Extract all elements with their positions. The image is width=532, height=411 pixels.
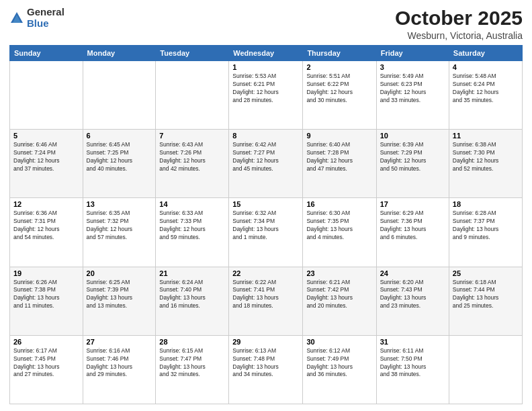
calendar-cell: 28Sunrise: 6:15 AM Sunset: 7:47 PM Dayli… bbox=[156, 335, 229, 404]
logo-general: General bbox=[27, 7, 64, 18]
day-info: Sunrise: 6:36 AM Sunset: 7:31 PM Dayligh… bbox=[13, 210, 79, 242]
day-number: 18 bbox=[453, 200, 519, 208]
day-number: 2 bbox=[306, 63, 372, 71]
day-number: 21 bbox=[159, 269, 225, 277]
day-number: 16 bbox=[306, 200, 372, 208]
logo-blue: Blue bbox=[27, 18, 64, 30]
day-info: Sunrise: 6:15 AM Sunset: 7:47 PM Dayligh… bbox=[159, 347, 225, 379]
day-number: 14 bbox=[159, 200, 225, 208]
month-title: October 2025 bbox=[395, 7, 523, 29]
day-number: 30 bbox=[306, 338, 372, 346]
day-info: Sunrise: 5:48 AM Sunset: 6:24 PM Dayligh… bbox=[453, 73, 519, 105]
day-number: 20 bbox=[87, 269, 152, 277]
day-number: 22 bbox=[232, 269, 299, 277]
calendar-cell bbox=[83, 61, 156, 130]
calendar-cell: 24Sunrise: 6:20 AM Sunset: 7:43 PM Dayli… bbox=[376, 267, 449, 335]
day-info: Sunrise: 6:24 AM Sunset: 7:40 PM Dayligh… bbox=[159, 279, 225, 311]
calendar-table: Sunday Monday Tuesday Wednesday Thursday… bbox=[9, 45, 523, 404]
day-info: Sunrise: 6:29 AM Sunset: 7:36 PM Dayligh… bbox=[380, 210, 445, 242]
day-number: 15 bbox=[232, 200, 299, 208]
day-info: Sunrise: 6:11 AM Sunset: 7:50 PM Dayligh… bbox=[380, 347, 445, 379]
calendar-cell: 29Sunrise: 6:13 AM Sunset: 7:48 PM Dayli… bbox=[229, 335, 303, 404]
calendar-week-3: 12Sunrise: 6:36 AM Sunset: 7:31 PM Dayli… bbox=[10, 198, 523, 267]
day-number: 10 bbox=[380, 132, 445, 140]
day-info: Sunrise: 6:13 AM Sunset: 7:48 PM Dayligh… bbox=[232, 347, 299, 379]
calendar-cell: 16Sunrise: 6:30 AM Sunset: 7:35 PM Dayli… bbox=[303, 198, 376, 267]
logo-icon bbox=[9, 11, 24, 26]
day-info: Sunrise: 6:40 AM Sunset: 7:28 PM Dayligh… bbox=[306, 141, 372, 173]
title-block: October 2025 Wesburn, Victoria, Australi… bbox=[395, 7, 523, 41]
logo: General Blue bbox=[9, 7, 64, 29]
day-info: Sunrise: 6:21 AM Sunset: 7:42 PM Dayligh… bbox=[306, 279, 372, 311]
day-info: Sunrise: 6:43 AM Sunset: 7:26 PM Dayligh… bbox=[159, 141, 225, 173]
calendar-cell: 23Sunrise: 6:21 AM Sunset: 7:42 PM Dayli… bbox=[303, 267, 376, 335]
day-info: Sunrise: 6:12 AM Sunset: 7:49 PM Dayligh… bbox=[306, 347, 372, 379]
day-number: 17 bbox=[380, 200, 445, 208]
col-thursday: Thursday bbox=[303, 46, 376, 61]
day-number: 25 bbox=[453, 269, 519, 277]
calendar-cell: 8Sunrise: 6:42 AM Sunset: 7:27 PM Daylig… bbox=[229, 130, 303, 198]
day-info: Sunrise: 6:32 AM Sunset: 7:34 PM Dayligh… bbox=[232, 210, 299, 242]
day-info: Sunrise: 6:35 AM Sunset: 7:32 PM Dayligh… bbox=[87, 210, 152, 242]
day-number: 9 bbox=[306, 132, 372, 140]
day-number: 6 bbox=[87, 132, 152, 140]
col-sunday: Sunday bbox=[10, 46, 83, 61]
calendar-cell: 31Sunrise: 6:11 AM Sunset: 7:50 PM Dayli… bbox=[376, 335, 449, 404]
day-info: Sunrise: 6:26 AM Sunset: 7:38 PM Dayligh… bbox=[13, 279, 79, 311]
day-info: Sunrise: 5:51 AM Sunset: 6:22 PM Dayligh… bbox=[306, 73, 372, 105]
day-info: Sunrise: 6:39 AM Sunset: 7:29 PM Dayligh… bbox=[380, 141, 445, 173]
calendar-cell bbox=[10, 61, 83, 130]
logo-text: General Blue bbox=[27, 7, 64, 29]
day-number: 11 bbox=[453, 132, 519, 140]
location-subtitle: Wesburn, Victoria, Australia bbox=[395, 30, 523, 41]
col-monday: Monday bbox=[83, 46, 156, 61]
calendar-cell: 13Sunrise: 6:35 AM Sunset: 7:32 PM Dayli… bbox=[83, 198, 156, 267]
day-number: 28 bbox=[159, 338, 225, 346]
day-info: Sunrise: 6:38 AM Sunset: 7:30 PM Dayligh… bbox=[453, 141, 519, 173]
calendar-header-row: Sunday Monday Tuesday Wednesday Thursday… bbox=[10, 46, 523, 61]
day-info: Sunrise: 6:30 AM Sunset: 7:35 PM Dayligh… bbox=[306, 210, 372, 242]
calendar-cell bbox=[156, 61, 229, 130]
calendar-cell: 6Sunrise: 6:45 AM Sunset: 7:25 PM Daylig… bbox=[83, 130, 156, 198]
day-info: Sunrise: 5:49 AM Sunset: 6:23 PM Dayligh… bbox=[380, 73, 445, 105]
day-info: Sunrise: 6:42 AM Sunset: 7:27 PM Dayligh… bbox=[232, 141, 299, 173]
calendar-cell: 20Sunrise: 6:25 AM Sunset: 7:39 PM Dayli… bbox=[83, 267, 156, 335]
calendar-cell: 15Sunrise: 6:32 AM Sunset: 7:34 PM Dayli… bbox=[229, 198, 303, 267]
calendar-cell: 25Sunrise: 6:18 AM Sunset: 7:44 PM Dayli… bbox=[449, 267, 522, 335]
calendar-cell: 11Sunrise: 6:38 AM Sunset: 7:30 PM Dayli… bbox=[449, 130, 522, 198]
day-number: 8 bbox=[232, 132, 299, 140]
calendar-cell: 21Sunrise: 6:24 AM Sunset: 7:40 PM Dayli… bbox=[156, 267, 229, 335]
calendar-cell: 5Sunrise: 6:46 AM Sunset: 7:24 PM Daylig… bbox=[10, 130, 83, 198]
day-info: Sunrise: 6:46 AM Sunset: 7:24 PM Dayligh… bbox=[13, 141, 79, 173]
calendar-cell: 4Sunrise: 5:48 AM Sunset: 6:24 PM Daylig… bbox=[449, 61, 522, 130]
day-number: 7 bbox=[159, 132, 225, 140]
day-number: 26 bbox=[13, 338, 79, 346]
day-info: Sunrise: 5:53 AM Sunset: 6:21 PM Dayligh… bbox=[232, 73, 299, 105]
calendar-cell: 12Sunrise: 6:36 AM Sunset: 7:31 PM Dayli… bbox=[10, 198, 83, 267]
day-number: 4 bbox=[453, 63, 519, 71]
day-info: Sunrise: 6:20 AM Sunset: 7:43 PM Dayligh… bbox=[380, 279, 445, 311]
page: General Blue October 2025 Wesburn, Victo… bbox=[0, 0, 532, 411]
header: General Blue October 2025 Wesburn, Victo… bbox=[9, 7, 523, 41]
calendar-cell: 26Sunrise: 6:17 AM Sunset: 7:45 PM Dayli… bbox=[10, 335, 83, 404]
day-number: 1 bbox=[232, 63, 299, 71]
calendar-cell: 10Sunrise: 6:39 AM Sunset: 7:29 PM Dayli… bbox=[376, 130, 449, 198]
col-wednesday: Wednesday bbox=[229, 46, 303, 61]
day-number: 29 bbox=[232, 338, 299, 346]
calendar-cell: 27Sunrise: 6:16 AM Sunset: 7:46 PM Dayli… bbox=[83, 335, 156, 404]
calendar-cell: 17Sunrise: 6:29 AM Sunset: 7:36 PM Dayli… bbox=[376, 198, 449, 267]
day-info: Sunrise: 6:16 AM Sunset: 7:46 PM Dayligh… bbox=[87, 347, 152, 379]
day-info: Sunrise: 6:18 AM Sunset: 7:44 PM Dayligh… bbox=[453, 279, 519, 311]
day-number: 31 bbox=[380, 338, 445, 346]
calendar-cell bbox=[449, 335, 522, 404]
day-number: 3 bbox=[380, 63, 445, 71]
calendar-cell: 2Sunrise: 5:51 AM Sunset: 6:22 PM Daylig… bbox=[303, 61, 376, 130]
day-info: Sunrise: 6:33 AM Sunset: 7:33 PM Dayligh… bbox=[159, 210, 225, 242]
day-number: 27 bbox=[87, 338, 152, 346]
calendar-cell: 30Sunrise: 6:12 AM Sunset: 7:49 PM Dayli… bbox=[303, 335, 376, 404]
day-info: Sunrise: 6:45 AM Sunset: 7:25 PM Dayligh… bbox=[87, 141, 152, 173]
day-number: 12 bbox=[13, 200, 79, 208]
calendar-week-4: 19Sunrise: 6:26 AM Sunset: 7:38 PM Dayli… bbox=[10, 267, 523, 335]
calendar-cell: 19Sunrise: 6:26 AM Sunset: 7:38 PM Dayli… bbox=[10, 267, 83, 335]
calendar-week-5: 26Sunrise: 6:17 AM Sunset: 7:45 PM Dayli… bbox=[10, 335, 523, 404]
